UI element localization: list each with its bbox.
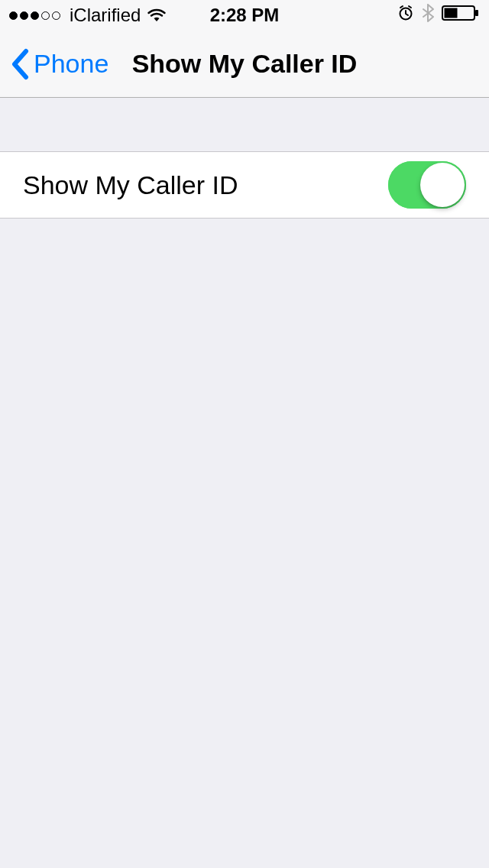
page-title: Show My Caller ID [132,49,358,79]
bluetooth-icon [422,3,434,28]
status-left: iClarified [9,5,167,26]
svg-rect-3 [445,8,458,18]
setting-label: Show My Caller ID [23,170,238,200]
alarm-icon [397,5,414,26]
status-right [397,3,480,28]
setting-row-caller-id: Show My Caller ID [0,151,489,219]
battery-icon [442,5,480,26]
back-button[interactable]: Phone [11,48,108,80]
content-area: Show My Caller ID [0,98,489,219]
signal-strength-icon [9,11,60,20]
toggle-knob [420,163,465,207]
status-time: 2:28 PM [210,5,280,26]
chevron-left-icon [11,48,29,80]
svg-rect-2 [475,10,478,16]
spacer [0,98,489,151]
caller-id-toggle[interactable] [388,161,466,209]
status-bar: iClarified 2:28 PM [0,0,489,31]
back-label: Phone [34,49,108,79]
carrier-label: iClarified [70,5,141,26]
wifi-icon [147,8,167,23]
navigation-bar: Phone Show My Caller ID [0,31,489,98]
